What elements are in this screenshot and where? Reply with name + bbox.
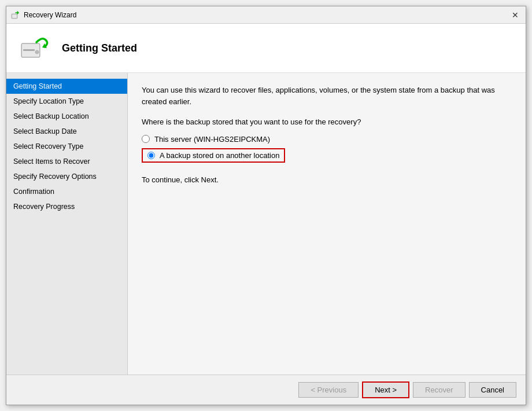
svg-point-5 — [35, 50, 39, 54]
header-wizard-icon — [19, 32, 51, 64]
sidebar-item-select-backup-location[interactable]: Select Backup Location — [6, 109, 127, 124]
sidebar-item-select-recovery-type[interactable]: Select Recovery Type — [6, 139, 127, 154]
radio-option-another-location[interactable]: A backup stored on another location — [142, 148, 285, 163]
footer: < Previous Next > Recover Cancel — [6, 375, 526, 405]
title-bar-left: Recovery Wizard — [11, 10, 76, 20]
window-title: Recovery Wizard — [24, 11, 76, 19]
sidebar-item-select-backup-date[interactable]: Select Backup Date — [6, 124, 127, 139]
question-text: Where is the backup stored that you want… — [142, 116, 512, 128]
recover-button[interactable]: Recover — [413, 382, 465, 398]
radio-label-this-server[interactable]: This server (WIN-HGS2EIPCKMA) — [154, 135, 270, 144]
radio-label-another-location[interactable]: A backup stored on another location — [160, 151, 279, 160]
sidebar: Getting Started Specify Location Type Se… — [6, 73, 128, 375]
sidebar-item-specify-recovery-options[interactable]: Specify Recovery Options — [6, 169, 127, 184]
page-title: Getting Started — [62, 42, 137, 54]
title-bar: Recovery Wizard ✕ — [6, 6, 526, 24]
continue-text: To continue, click Next. — [142, 174, 512, 186]
radio-another-location[interactable] — [147, 152, 155, 159]
main-panel: You can use this wizard to recover files… — [128, 73, 526, 375]
header-icon-container — [18, 31, 53, 65]
close-button[interactable]: ✕ — [509, 9, 521, 21]
radio-option-this-server[interactable]: This server (WIN-HGS2EIPCKMA) — [142, 135, 512, 144]
previous-button[interactable]: < Previous — [298, 382, 359, 398]
svg-rect-4 — [23, 49, 35, 51]
header-area: Getting Started — [6, 24, 526, 73]
next-button[interactable]: Next > — [362, 381, 409, 398]
sidebar-item-select-items-to-recover[interactable]: Select Items to Recover — [6, 154, 127, 169]
sidebar-item-recovery-progress[interactable]: Recovery Progress — [6, 199, 127, 214]
sidebar-item-getting-started[interactable]: Getting Started — [6, 79, 127, 94]
svg-rect-1 — [12, 14, 17, 18]
titlebar-icon — [11, 10, 20, 20]
recovery-wizard-window: Recovery Wizard ✕ Getting Started Gettin… — [6, 6, 526, 405]
sidebar-item-confirmation[interactable]: Confirmation — [6, 184, 127, 199]
radio-this-server[interactable] — [142, 135, 150, 143]
cancel-button[interactable]: Cancel — [469, 382, 516, 398]
sidebar-item-specify-location-type[interactable]: Specify Location Type — [6, 94, 127, 109]
intro-text: You can use this wizard to recover files… — [142, 85, 512, 107]
content-area: Getting Started Specify Location Type Se… — [6, 73, 526, 375]
